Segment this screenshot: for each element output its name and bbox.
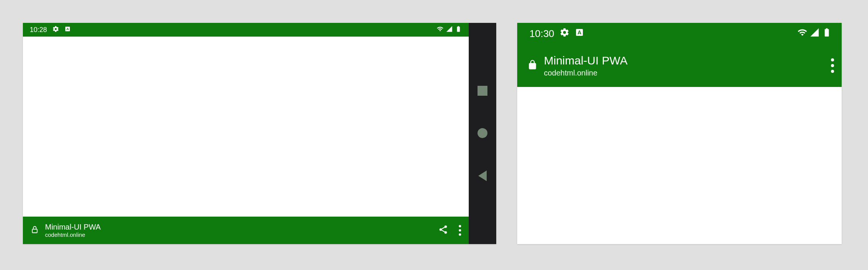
svg-point-5 (444, 231, 447, 234)
lock-icon (527, 59, 538, 72)
wifi-icon (797, 27, 807, 40)
app-bar: Minimal-UI PWA codehtml.online (23, 217, 469, 244)
nav-home-button[interactable] (478, 128, 487, 138)
svg-point-3 (444, 225, 447, 228)
wifi-icon (437, 26, 444, 34)
battery-icon (455, 26, 462, 34)
more-icon[interactable] (459, 225, 461, 236)
nav-overview-button[interactable] (478, 86, 487, 96)
nav-back-button[interactable] (478, 170, 487, 181)
status-bar: 10:28 A (23, 23, 469, 37)
device-portrait: 10:30 A (517, 23, 842, 244)
lock-icon (31, 225, 39, 235)
webview-content[interactable] (23, 37, 469, 217)
more-icon[interactable] (831, 58, 834, 73)
svg-text:A: A (578, 29, 581, 35)
status-time: 10:28 (30, 26, 47, 34)
app-bar: Minimal-UI PWA codehtml.online (517, 44, 842, 87)
app-title: Minimal-UI PWA (45, 222, 101, 231)
svg-point-4 (439, 228, 442, 231)
signal-icon (446, 26, 453, 34)
device-landscape: 10:28 A (23, 23, 496, 244)
gear-icon (52, 26, 59, 34)
status-bar: 10:30 A (517, 23, 842, 44)
svg-rect-2 (32, 229, 37, 233)
signal-icon (810, 27, 820, 40)
app-subtitle: codehtml.online (45, 231, 101, 238)
gear-icon (560, 27, 570, 40)
share-icon[interactable] (438, 225, 448, 236)
app-badge-icon: A (575, 28, 584, 40)
system-nav-bar (469, 23, 496, 244)
app-subtitle: codehtml.online (544, 68, 628, 77)
svg-text:A: A (66, 27, 69, 31)
app-badge-icon: A (65, 26, 71, 34)
webview-content[interactable] (517, 87, 842, 244)
app-title: Minimal-UI PWA (544, 54, 628, 68)
battery-icon (822, 27, 832, 40)
status-time: 10:30 (529, 28, 554, 40)
